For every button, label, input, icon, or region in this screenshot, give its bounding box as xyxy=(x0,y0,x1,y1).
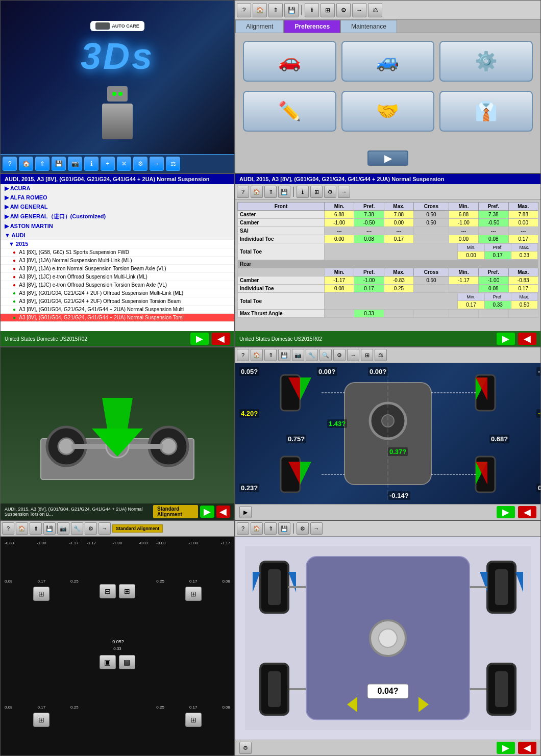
g-tool-btn[interactable]: 🔧 xyxy=(71,522,83,535)
extra-button[interactable]: ⚖ xyxy=(166,157,180,171)
nav-forward-btn[interactable]: ▶ xyxy=(190,333,209,345)
prefs-home-btn[interactable]: 🏠 xyxy=(253,3,267,17)
align-nav-back[interactable]: ◀ xyxy=(518,333,536,345)
model-a3-offroad-ml[interactable]: ● A3 [8V], (G01/G04, G21/G24 + 2UF) Offr… xyxy=(1,289,234,297)
vehicle-category-amg-import[interactable]: ▶ AM GENERAL（进口）(Customized) xyxy=(1,212,234,222)
vd-home-btn[interactable]: 🏠 xyxy=(251,522,263,535)
cm-cam-btn[interactable]: 📷 xyxy=(292,349,304,361)
g-gear-btn[interactable]: ⚙ xyxy=(85,522,97,535)
g-save-btn[interactable]: 💾 xyxy=(43,522,56,535)
prefs-arrow-btn[interactable]: → xyxy=(352,3,366,17)
g-home-btn[interactable]: 🏠 xyxy=(16,522,28,535)
vehicle-list-area[interactable]: ▶ ACURA ▶ ALFA ROMEO ▶ AM GENERAL ▶ AM G… xyxy=(1,184,234,331)
vehicle-category-amg[interactable]: ▶ AM GENERAL xyxy=(1,203,234,212)
nav-button[interactable]: ⇑ xyxy=(35,157,50,171)
vd-save-btn[interactable]: 💾 xyxy=(278,522,290,535)
align-grid-btn[interactable]: ⊞ xyxy=(310,186,323,198)
info-button[interactable]: ℹ xyxy=(84,157,99,171)
anim-forward-btn[interactable]: ▶ xyxy=(200,506,214,518)
align-info-btn[interactable]: ℹ xyxy=(297,186,309,198)
cm-save-btn[interactable]: 💾 xyxy=(278,349,290,361)
tab-maintenance[interactable]: Maintenance xyxy=(340,20,397,33)
tab-alignment[interactable]: Alignment xyxy=(235,20,284,33)
g-nav-btn[interactable]: ⇑ xyxy=(30,522,42,535)
prefs-help-btn[interactable]: ? xyxy=(237,3,251,17)
model-a1[interactable]: ● A1 [8X], (G58, G60) S1 Sports Suspensi… xyxy=(1,248,234,257)
cm-nav-forward[interactable]: ▶ xyxy=(497,506,515,518)
prefs-save-btn[interactable]: 💾 xyxy=(284,3,299,17)
add-button[interactable]: + xyxy=(101,157,115,171)
cm-grid-btn[interactable]: ⊞ xyxy=(361,349,373,361)
pref-icon-wheel[interactable]: ⚙️ xyxy=(439,41,533,82)
align-nav-btn[interactable]: ⇑ xyxy=(264,186,277,198)
vd-foot-icon[interactable]: ⚙ xyxy=(239,742,252,754)
vehicle-category-acura[interactable]: ▶ ACURA xyxy=(1,184,234,193)
cm-scale-btn[interactable]: ⚖ xyxy=(375,349,387,361)
vd-nav-back[interactable]: ◀ xyxy=(518,742,536,754)
home-button[interactable]: 🏠 xyxy=(19,157,33,171)
prefs-next-btn[interactable]: ▶ xyxy=(367,150,408,166)
cg-icon1[interactable]: ⊟ xyxy=(100,584,116,598)
model-a3-offroad-beam[interactable]: ● A3 [8V], (G01/G04, G21/G24 + 2UF) Offr… xyxy=(1,297,234,306)
vd-nav-forward[interactable]: ▶ xyxy=(497,742,515,754)
prefs-nav-btn[interactable]: ⇑ xyxy=(268,3,283,17)
cm-zoom-btn[interactable]: 🔍 xyxy=(319,349,332,361)
vehicle-category-audi[interactable]: ▼ AUDI xyxy=(1,231,234,240)
cg-bicon1[interactable]: ▣ xyxy=(100,655,116,669)
gauge-rl-icon1[interactable]: ⊞ xyxy=(33,713,50,727)
model-a3-ml[interactable]: ● A3 [8V], (1JA) Normal Suspension Multi… xyxy=(1,257,234,265)
prefs-scale-btn[interactable]: ⚖ xyxy=(368,3,382,17)
cm-nav-btn[interactable]: ⇑ xyxy=(264,349,277,361)
align-home-btn[interactable]: 🏠 xyxy=(251,186,263,198)
align-arrow-btn[interactable]: → xyxy=(338,186,350,198)
settings-button[interactable]: ⚙ xyxy=(133,157,147,171)
align-help-btn[interactable]: ? xyxy=(237,186,249,198)
cm-gear-btn[interactable]: ⚙ xyxy=(333,349,346,361)
model-a3-etron-beam-vl[interactable]: ● A3 [8V], (1JC) e-tron Offroad Suspensi… xyxy=(1,281,234,289)
prefs-grid-btn[interactable]: ⊞ xyxy=(321,3,335,17)
cm-tool-btn[interactable]: 🔧 xyxy=(306,349,318,361)
g-help-btn[interactable]: ? xyxy=(2,522,14,535)
vd-arrow-btn[interactable]: → xyxy=(310,522,323,535)
cm-home-btn[interactable]: 🏠 xyxy=(251,349,263,361)
close-button[interactable]: ✕ xyxy=(117,157,131,171)
cg-bicon2[interactable]: ▤ xyxy=(119,655,135,669)
pref-icon-tools[interactable]: ✏️ xyxy=(243,91,336,132)
vd-nav-btn[interactable]: ⇑ xyxy=(264,522,277,535)
save-button[interactable]: 💾 xyxy=(52,157,66,171)
gauge-fl-icon1[interactable]: ⊞ xyxy=(33,587,50,601)
pref-icon-handshake[interactable]: 🤝 xyxy=(341,91,435,132)
align-gear-btn[interactable]: ⚙ xyxy=(324,186,336,198)
vd-help-btn[interactable]: ? xyxy=(237,522,249,535)
gauge-rr-icon1[interactable]: ⊞ xyxy=(185,713,202,727)
cm-foot-btn1[interactable]: ▶ xyxy=(239,506,252,518)
cg-icon2[interactable]: ⊞ xyxy=(119,584,135,598)
vehicle-category-alfa[interactable]: ▶ ALFA ROMEO xyxy=(1,193,234,203)
cm-nav-back[interactable]: ◀ xyxy=(518,506,536,518)
model-a3-etron-ml[interactable]: ● A3 [8V], (1JC) e-tron Offroad Suspensi… xyxy=(1,273,234,281)
nav-back-btn[interactable]: ◀ xyxy=(212,333,230,345)
tab-preferences[interactable]: Preferences xyxy=(284,20,340,33)
pref-icon-settings[interactable]: 🚙 xyxy=(341,41,435,82)
align-save-btn[interactable]: 💾 xyxy=(278,186,290,198)
vd-gear-btn[interactable]: ⚙ xyxy=(297,522,309,535)
help-button[interactable]: ? xyxy=(3,157,17,171)
g-arrow-btn[interactable]: → xyxy=(99,522,111,535)
gauge-fr-icon1[interactable]: ⊞ xyxy=(185,587,202,601)
model-a3-etron-vl[interactable]: ● A3 [8V], (1JA) e-tron Normal Suspensio… xyxy=(1,265,234,273)
cm-arrow-btn[interactable]: → xyxy=(347,349,359,361)
vehicle-year-2015[interactable]: ▼ 2015 xyxy=(1,240,234,248)
arrow-right-button[interactable]: → xyxy=(150,157,164,171)
prefs-info-btn[interactable]: ℹ xyxy=(305,3,319,17)
pref-icon-car[interactable]: 🚗 xyxy=(243,41,336,82)
align-nav-forward[interactable]: ▶ xyxy=(497,333,515,345)
camera-button[interactable]: 📷 xyxy=(68,157,82,171)
anim-back-btn[interactable]: ◀ xyxy=(216,506,230,518)
pref-icon-person[interactable]: 👔 xyxy=(439,91,533,132)
vehicle-category-aston[interactable]: ▶ ASTON MARTIN xyxy=(1,222,234,231)
cm-help-btn[interactable]: ? xyxy=(237,349,249,361)
prefs-gear-btn[interactable]: ⚙ xyxy=(336,3,351,17)
model-a3-normal-multi[interactable]: ● A3 [8V], (G01/G04, G21/G24, G41/G44 + … xyxy=(1,306,234,314)
model-a3-normal-torsi[interactable]: ● A3 [8V], (G01/G04, G21/G24, G41/G44 + … xyxy=(1,314,234,322)
g-cam-btn[interactable]: 📷 xyxy=(57,522,69,535)
